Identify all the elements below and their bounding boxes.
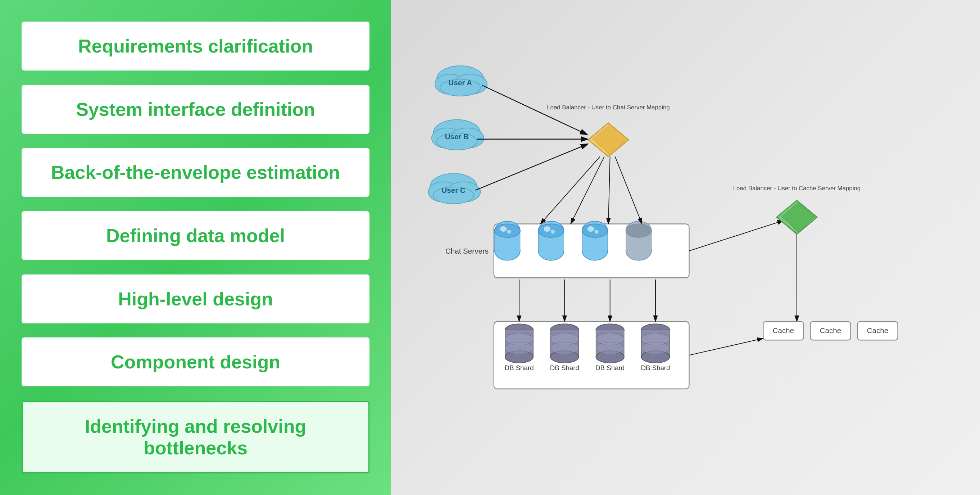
db-shard-3: DB Shard <box>595 324 625 372</box>
svg-point-67 <box>641 342 670 354</box>
svg-text:Chat Servers: Chat Servers <box>445 247 488 255</box>
svg-point-29 <box>544 226 550 232</box>
svg-point-49 <box>505 342 533 354</box>
svg-point-30 <box>551 229 555 234</box>
diagram-container: User A User B User C <box>420 22 958 473</box>
svg-point-24 <box>507 229 511 234</box>
svg-line-41 <box>540 156 600 224</box>
menu-item-bottlenecks[interactable]: Identifying and resolving bottlenecks <box>22 401 369 473</box>
db-shard-4: DB Shard <box>641 324 670 372</box>
svg-point-61 <box>596 342 624 354</box>
svg-text:Load Balancer - User to Cache : Load Balancer - User to Cache Server Map… <box>733 185 861 192</box>
svg-marker-16 <box>593 124 627 155</box>
svg-point-40 <box>626 224 652 237</box>
menu-item-system-interface[interactable]: System interface definition <box>22 85 369 134</box>
svg-text:Cache: Cache <box>867 326 888 334</box>
svg-text:DB Shard: DB Shard <box>550 364 579 372</box>
svg-line-73 <box>689 221 784 251</box>
left-panel: Requirements clarification System interf… <box>0 0 391 495</box>
user-b-cloud: User B <box>432 119 484 150</box>
chat-server-2 <box>538 221 564 261</box>
menu-item-requirements[interactable]: Requirements clarification <box>22 22 369 70</box>
svg-text:User B: User B <box>445 132 469 141</box>
chat-server-1 <box>495 221 520 261</box>
svg-point-35 <box>587 226 594 232</box>
db-shard-1: DB Shard <box>504 324 533 372</box>
menu-item-data-model[interactable]: Defining data model <box>22 211 369 260</box>
svg-point-36 <box>595 229 599 234</box>
svg-text:DB Shard: DB Shard <box>641 364 670 372</box>
svg-text:DB Shard: DB Shard <box>504 364 533 372</box>
svg-text:Cache: Cache <box>820 326 841 334</box>
svg-text:Load Balancer - User to Chat S: Load Balancer - User to Chat Server Mapp… <box>547 104 670 111</box>
user-a-cloud: User A <box>435 66 487 96</box>
load-balancer-cache: Load Balancer - User to Cache Server Map… <box>733 185 861 234</box>
svg-text:Cache: Cache <box>773 326 794 334</box>
svg-marker-75 <box>782 202 816 232</box>
load-balancer-chat: Load Balancer - User to Chat Server Mapp… <box>547 104 670 156</box>
menu-item-high-level[interactable]: High-level design <box>22 274 369 323</box>
svg-line-78 <box>689 339 764 355</box>
menu-item-component[interactable]: Component design <box>22 337 369 386</box>
right-panel: User A User B User C <box>391 0 980 495</box>
db-shard-2: DB Shard <box>550 324 579 372</box>
svg-line-42 <box>571 156 605 224</box>
svg-text:User A: User A <box>448 78 472 87</box>
menu-item-back-of-envelope[interactable]: Back-of-the-envelope estimation <box>22 148 369 197</box>
svg-point-23 <box>500 226 507 232</box>
user-c-cloud: User C <box>428 173 480 204</box>
svg-line-44 <box>615 156 642 224</box>
svg-point-55 <box>550 342 579 354</box>
svg-line-43 <box>608 156 610 224</box>
arrow-userc-lb <box>475 144 588 190</box>
architecture-diagram: User A User B User C <box>420 22 958 473</box>
chat-server-3 <box>582 221 608 261</box>
svg-text:DB Shard: DB Shard <box>595 364 625 372</box>
svg-text:User C: User C <box>441 186 465 194</box>
chat-server-4 <box>626 221 652 261</box>
